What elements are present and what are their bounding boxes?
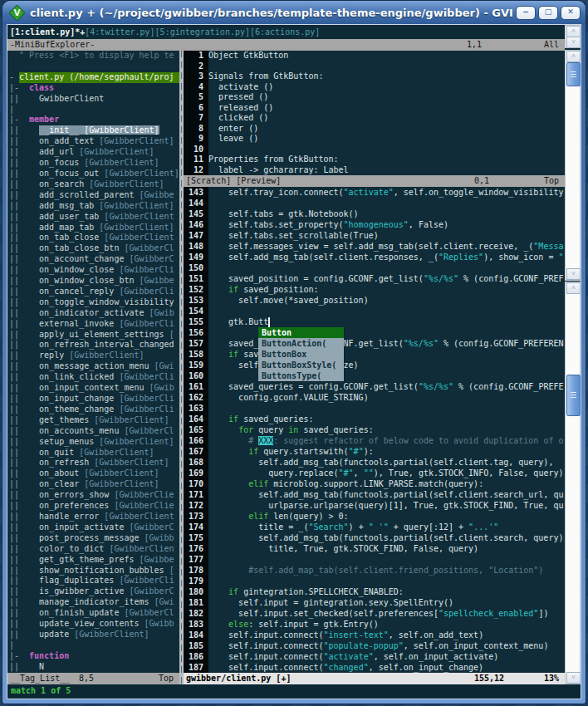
code-line[interactable]: 1Object GtkButton	[184, 51, 565, 61]
fold-marker[interactable]: ||	[7, 512, 19, 522]
code-line[interactable]: 165 for query in saved_queries:	[184, 424, 565, 435]
fold-marker[interactable]: |	[7, 640, 19, 651]
code-line[interactable]: 3Signals from GtkButton:	[184, 71, 565, 82]
fold-marker[interactable]: ||	[7, 415, 19, 426]
fold-marker[interactable]: ||	[7, 522, 19, 533]
fold-marker[interactable]: ||	[7, 308, 19, 319]
code-line[interactable]: 168 self.add_msg_tab(functools.partial(s…	[184, 457, 565, 468]
taglist-row[interactable]: |	[7, 640, 179, 651]
taglist-row[interactable]: || on_errors_show [GwibberClie	[7, 490, 179, 501]
fold-marker[interactable]: ||	[7, 437, 19, 448]
code-line[interactable]: 144	[184, 198, 565, 208]
fold-marker[interactable]: ||	[7, 330, 19, 341]
fold-marker[interactable]: ||	[7, 297, 19, 308]
scroll-up-icon[interactable]: ˄	[566, 26, 581, 37]
fold-marker[interactable]: ||	[7, 158, 19, 169]
taglist-row[interactable]: || update [GwibberClient]	[7, 630, 179, 640]
taglist-row[interactable]: || get_themes [GwibberClient]	[7, 415, 179, 426]
fold-marker[interactable]: |-	[7, 115, 19, 125]
fold-marker[interactable]: |-	[7, 83, 19, 94]
code-scrollbar-track[interactable]: ˄ ˅	[565, 282, 581, 684]
fold-marker[interactable]: ||	[7, 136, 19, 147]
fold-marker[interactable]: ||	[7, 94, 19, 105]
code-line[interactable]: 9 leave ()	[184, 134, 565, 145]
taglist-row[interactable]: || on_toggle_window_visibility	[7, 297, 179, 308]
taglist-row[interactable]: || add_scrolled_parent [Gwibbe	[7, 190, 179, 201]
code-line[interactable]: 174 title = _("Search") + " '" + query[:…	[184, 522, 565, 532]
code-line[interactable]: 159 self.resize(*saved_size)	[184, 360, 565, 370]
close-icon[interactable]: ✕	[561, 6, 581, 20]
code-line[interactable]: 169 query.replace("#", ""), True, gtk.ST…	[184, 468, 565, 478]
fold-marker[interactable]: ||	[7, 533, 19, 544]
taglist-row[interactable]: || get_gtk_theme_prefs [Gwibbe	[7, 555, 179, 566]
taglist-row[interactable]: || manage_indicator_items [Gwi	[7, 597, 179, 608]
fold-marker[interactable]: ||	[7, 201, 19, 212]
fold-marker[interactable]: |	[7, 105, 19, 115]
taglist-row[interactable]: || is_gwibber_active [GwibberC	[7, 586, 179, 597]
code-line[interactable]: 5 pressed ()	[184, 92, 565, 103]
fold-marker[interactable]: |-	[7, 651, 19, 662]
code-line[interactable]: 2	[184, 61, 565, 72]
code-line[interactable]: 171 self.add_msg_tab(functools.partial(s…	[184, 489, 565, 500]
fold-marker[interactable]: ||	[7, 448, 19, 458]
fold-marker[interactable]: ||	[7, 125, 19, 136]
fold-marker[interactable]: ||	[7, 404, 19, 415]
code-line[interactable]: 162 config.gconf.VALUE_STRING)	[184, 392, 565, 403]
completion-item[interactable]: Button	[258, 327, 344, 338]
completion-item[interactable]: ButtonsType(	[258, 370, 344, 381]
code-line[interactable]: 187 self.input.connect("changed", self.o…	[184, 662, 565, 673]
taglist-row[interactable]: || on_message_action_menu [Gwi	[7, 361, 179, 372]
taglist-pane[interactable]: " Press <F1> to display help te-client.p…	[7, 51, 179, 673]
fold-marker[interactable]: ||	[7, 426, 19, 437]
code-line[interactable]: 146 self.tabs.set_property("homogeneous"…	[184, 219, 565, 230]
code-line[interactable]: 170 elif microblog.support.LINK_PARSE.ma…	[184, 478, 565, 489]
fold-marker[interactable]: ||	[7, 319, 19, 330]
code-line[interactable]: 152 if saved_position:	[184, 284, 565, 295]
taglist-row[interactable]: || add_msg_tab [GwibberClient]	[7, 201, 179, 212]
fold-marker[interactable]: ||	[7, 619, 19, 630]
fold-marker[interactable]: ||	[7, 490, 19, 501]
code-line[interactable]: 12 label -> gchararray: Label	[184, 165, 565, 176]
completion-item[interactable]: ButtonAction(	[258, 338, 344, 349]
taglist-row[interactable]: || on_preferences [GwibberClie	[7, 501, 179, 512]
taglist-row[interactable]: || on_about [GwibberClient]	[7, 468, 179, 479]
code-line[interactable]: 8 enter ()	[184, 124, 565, 135]
fold-marker[interactable]: ||	[7, 223, 19, 233]
code-line[interactable]: 158 if saved_size:	[184, 349, 565, 360]
code-line[interactable]: 184 self.input.connect("insert-text", se…	[184, 630, 565, 640]
code-line[interactable]: 149 self.add_msg_tab(self.client.respons…	[184, 252, 565, 262]
fold-marker[interactable]: ||	[7, 566, 19, 576]
taglist-row[interactable]: || on_tab_close [GwibberClient	[7, 233, 179, 243]
fold-marker[interactable]: ||	[7, 468, 19, 479]
fold-marker[interactable]: ||	[7, 276, 19, 287]
taglist-row[interactable]: || add_url [GwibberClient]	[7, 147, 179, 158]
fold-marker[interactable]: ||	[7, 243, 19, 254]
minimize-icon[interactable]: −	[516, 6, 536, 20]
taglist-row[interactable]: || post_process_message [Gwibb	[7, 533, 179, 544]
fold-marker[interactable]: -	[7, 72, 19, 83]
fold-marker[interactable]: ||	[7, 597, 19, 608]
taglist-row[interactable]: || on_clear [GwibberClient]	[7, 479, 179, 490]
taglist-row[interactable]: || setup_menus [GwibberClient]	[7, 437, 179, 448]
preview-pane[interactable]: 1Object GtkButton23Signals from GtkButto…	[184, 51, 565, 175]
code-line[interactable]: 179	[184, 576, 565, 586]
code-line[interactable]: 164 if saved_queries:	[184, 414, 565, 424]
taglist-row[interactable]: || on_theme_change [GwibberCli	[7, 404, 179, 415]
code-line[interactable]: 183 else: self.input = gtk.Entry()	[184, 619, 565, 630]
taglist-row[interactable]: |- class	[7, 83, 179, 94]
fold-marker[interactable]: ||	[7, 265, 19, 276]
taglist-row[interactable]: || on_indicator_activate [Gwib	[7, 308, 179, 319]
code-line[interactable]: 153 self.move(*saved_position)	[184, 295, 565, 306]
taglist-row[interactable]: || add_user_tab [GwibberClient	[7, 212, 179, 223]
taglist-row[interactable]: || update_view_contents [Gwibb	[7, 619, 179, 630]
titlebar[interactable]: V client.py + (~/project/gwibber/branche…	[2, 1, 586, 25]
fold-marker[interactable]: ||	[7, 544, 19, 555]
buffer-active[interactable]: [1:client.py]*+	[10, 27, 85, 37]
scroll-up-icon[interactable]: ˄	[566, 51, 581, 62]
taglist-row[interactable]: " Press <F1> to display help te	[7, 51, 179, 61]
code-line[interactable]: 143 self.tray_icon.connect("activate", s…	[184, 187, 565, 198]
code-line[interactable]: 7 clicked ()	[184, 113, 565, 124]
scroll-up-icon[interactable]: ˄	[566, 282, 581, 294]
code-line[interactable]: 154	[184, 306, 565, 316]
taglist-row[interactable]: || apply_ui_element_settings [	[7, 330, 179, 341]
